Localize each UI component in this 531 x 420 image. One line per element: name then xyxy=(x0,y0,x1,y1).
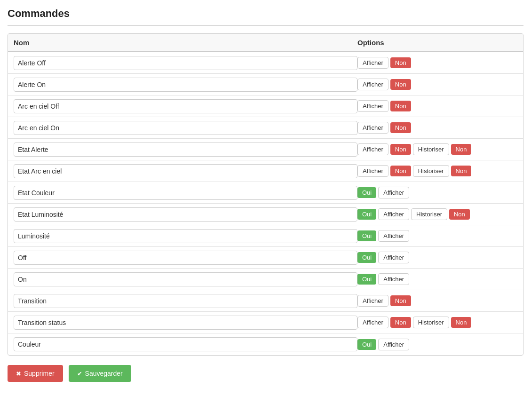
row-options-cell: AfficherNon xyxy=(357,122,517,134)
header-col-name: Nom xyxy=(14,39,357,47)
table-row: AfficherNonHistoriserNon xyxy=(8,139,523,160)
option-btn-on-1[interactable]: Afficher xyxy=(378,273,409,285)
row-name-cell xyxy=(14,143,357,157)
option-btn-etat-luminosite-1[interactable]: Afficher xyxy=(378,208,409,220)
option-btn-etat-alerte-3[interactable]: Non xyxy=(451,144,472,155)
row-name-cell xyxy=(14,99,357,113)
row-name-input-alerte-on[interactable] xyxy=(14,78,357,92)
row-options-cell: AfficherNonHistoriserNon xyxy=(357,165,517,177)
table-body: AfficherNonAfficherNonAfficherNonAffiche… xyxy=(8,52,523,355)
option-btn-etat-arc-en-ciel-3[interactable]: Non xyxy=(451,166,472,176)
row-name-cell xyxy=(14,316,357,330)
option-btn-etat-luminosite-0[interactable]: Oui xyxy=(357,209,376,220)
row-options-cell: AfficherNonHistoriserNon xyxy=(357,317,517,328)
row-options-cell: OuiAfficher xyxy=(357,273,517,285)
option-btn-etat-arc-en-ciel-0[interactable]: Afficher xyxy=(357,165,388,177)
option-btn-etat-couleur-1[interactable]: Afficher xyxy=(378,187,409,198)
table-row: AfficherNon xyxy=(8,95,523,117)
row-options-cell: AfficherNon xyxy=(357,57,517,69)
option-btn-etat-alerte-0[interactable]: Afficher xyxy=(357,143,388,155)
option-btn-transition-0[interactable]: Afficher xyxy=(357,295,388,307)
row-name-input-arc-en-ciel-on[interactable] xyxy=(14,121,357,135)
row-name-cell xyxy=(14,272,357,286)
row-name-cell xyxy=(14,121,357,135)
table-row: AfficherNonHistoriserNon xyxy=(8,160,523,182)
option-btn-luminosite-0[interactable]: Oui xyxy=(357,230,376,241)
row-name-cell xyxy=(14,294,357,308)
row-name-cell xyxy=(14,251,357,265)
option-btn-arc-en-ciel-off-1[interactable]: Non xyxy=(390,101,411,111)
row-name-cell xyxy=(14,229,357,243)
row-name-input-alerte-off[interactable] xyxy=(14,56,357,70)
table-row: OuiAfficher xyxy=(8,225,523,247)
row-name-cell xyxy=(14,164,357,178)
row-name-cell xyxy=(14,56,357,70)
row-name-input-off[interactable] xyxy=(14,251,357,265)
row-name-cell xyxy=(14,78,357,92)
option-btn-transition-1[interactable]: Non xyxy=(390,295,411,306)
option-btn-etat-arc-en-ciel-1[interactable]: Non xyxy=(390,166,411,176)
row-options-cell: OuiAfficher xyxy=(357,187,517,198)
row-name-input-transition[interactable] xyxy=(14,294,357,308)
option-btn-alerte-off-0[interactable]: Afficher xyxy=(357,57,388,69)
option-btn-alerte-on-1[interactable]: Non xyxy=(390,79,411,90)
row-name-input-couleur[interactable] xyxy=(14,337,357,351)
divider xyxy=(8,25,523,26)
table-row: OuiAfficher xyxy=(8,269,523,290)
footer-actions: Supprimer Sauvegarder xyxy=(8,365,523,382)
table-row: AfficherNon xyxy=(8,52,523,74)
table-row: OuiAfficher xyxy=(8,182,523,204)
table-row: OuiAfficher xyxy=(8,247,523,269)
option-btn-arc-en-ciel-on-1[interactable]: Non xyxy=(390,122,411,133)
option-btn-transition-status-0[interactable]: Afficher xyxy=(357,317,388,328)
option-btn-alerte-off-1[interactable]: Non xyxy=(390,57,411,68)
option-btn-etat-arc-en-ciel-2[interactable]: Historiser xyxy=(413,165,449,177)
table-header: Nom Options xyxy=(8,34,523,52)
row-name-input-etat-luminosite[interactable] xyxy=(14,207,357,222)
option-btn-etat-couleur-0[interactable]: Oui xyxy=(357,187,376,198)
row-name-input-etat-couleur[interactable] xyxy=(14,186,357,200)
row-name-input-on[interactable] xyxy=(14,272,357,286)
row-name-cell xyxy=(14,337,357,351)
row-name-input-arc-en-ciel-off[interactable] xyxy=(14,99,357,113)
option-btn-etat-alerte-1[interactable]: Non xyxy=(390,144,411,155)
row-options-cell: OuiAfficher xyxy=(357,339,517,350)
page-title: Commandes xyxy=(8,8,523,20)
option-btn-couleur-0[interactable]: Oui xyxy=(357,339,376,350)
save-button[interactable]: Sauvegarder xyxy=(69,365,131,382)
option-btn-luminosite-1[interactable]: Afficher xyxy=(378,230,409,242)
option-btn-arc-en-ciel-on-0[interactable]: Afficher xyxy=(357,122,388,134)
option-btn-transition-status-3[interactable]: Non xyxy=(451,317,472,328)
option-btn-alerte-on-0[interactable]: Afficher xyxy=(357,79,388,90)
option-btn-etat-alerte-2[interactable]: Historiser xyxy=(413,143,449,155)
row-options-cell: OuiAfficher xyxy=(357,230,517,242)
option-btn-transition-status-1[interactable]: Non xyxy=(390,317,411,328)
option-btn-etat-luminosite-3[interactable]: Non xyxy=(449,209,470,220)
row-name-input-transition-status[interactable] xyxy=(14,316,357,330)
save-icon xyxy=(77,370,82,377)
table-row: OuiAfficherHistoriserNon xyxy=(8,204,523,225)
option-btn-off-1[interactable]: Afficher xyxy=(378,252,409,263)
delete-label: Supprimer xyxy=(24,370,55,377)
table-row: AfficherNon xyxy=(8,74,523,95)
header-col-options: Options xyxy=(357,39,517,47)
row-options-cell: AfficherNonHistoriserNon xyxy=(357,143,517,155)
option-btn-transition-status-2[interactable]: Historiser xyxy=(413,317,449,328)
row-name-input-etat-arc-en-ciel[interactable] xyxy=(14,164,357,178)
option-btn-etat-luminosite-2[interactable]: Historiser xyxy=(411,208,447,220)
option-btn-on-0[interactable]: Oui xyxy=(357,274,376,285)
table-row: AfficherNonHistoriserNon xyxy=(8,312,523,333)
row-name-input-etat-alerte[interactable] xyxy=(14,143,357,157)
row-name-cell xyxy=(14,186,357,200)
option-btn-couleur-1[interactable]: Afficher xyxy=(378,339,409,350)
commands-table: Nom Options AfficherNonAfficherNonAffich… xyxy=(8,33,523,356)
row-options-cell: OuiAfficherHistoriserNon xyxy=(357,208,517,220)
row-name-input-luminosite[interactable] xyxy=(14,229,357,243)
option-btn-off-0[interactable]: Oui xyxy=(357,252,376,263)
delete-button[interactable]: Supprimer xyxy=(8,365,63,382)
table-row: OuiAfficher xyxy=(8,333,523,355)
delete-icon xyxy=(16,370,21,377)
row-options-cell: AfficherNon xyxy=(357,100,517,112)
option-btn-arc-en-ciel-off-0[interactable]: Afficher xyxy=(357,100,388,112)
row-options-cell: OuiAfficher xyxy=(357,252,517,263)
